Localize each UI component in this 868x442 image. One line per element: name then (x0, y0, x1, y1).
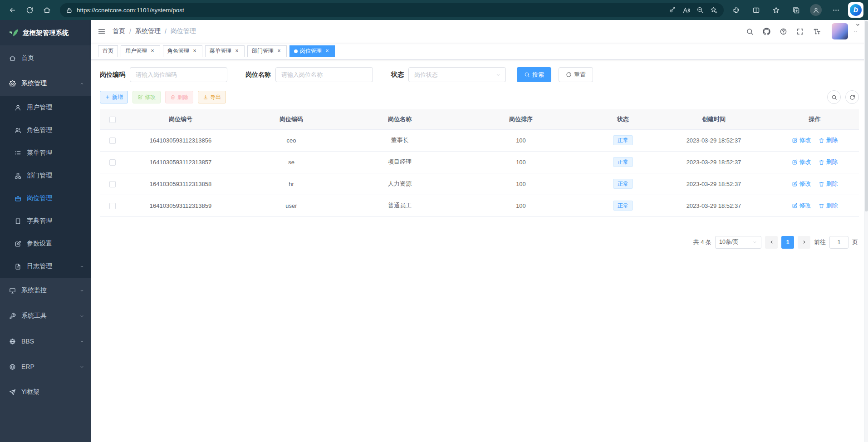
document-icon (15, 263, 21, 270)
tag-department-management[interactable]: 部门管理× (247, 45, 287, 57)
close-icon[interactable]: × (191, 48, 198, 54)
close-icon[interactable]: × (234, 48, 240, 54)
close-icon[interactable]: × (276, 48, 282, 54)
sidebar-item-yi-framework[interactable]: Yi框架 (0, 379, 91, 405)
browser-profile-button[interactable] (808, 2, 824, 18)
read-aloud-icon[interactable] (682, 6, 690, 14)
sidebar-item-menu-management[interactable]: 菜单管理 (0, 142, 91, 164)
sidebar-item-home[interactable]: 首页 (0, 45, 91, 71)
search-icon[interactable] (743, 25, 756, 38)
row-edit-link[interactable]: 修改 (792, 180, 811, 188)
row-delete-link[interactable]: 删除 (819, 201, 838, 210)
font-size-icon[interactable] (810, 25, 823, 38)
collections-icon[interactable] (788, 2, 804, 18)
breadcrumb-home[interactable]: 首页 (113, 27, 125, 35)
org-tree-icon (15, 172, 21, 179)
add-button[interactable]: 新增 (100, 91, 128, 103)
refresh-table-button[interactable] (845, 90, 859, 104)
row-delete-link[interactable]: 删除 (819, 136, 838, 144)
post-table: 岗位编号 岗位编码 岗位名称 岗位排序 状态 创建时间 操作 164103059… (100, 109, 859, 217)
scrollbar-thumb[interactable] (865, 21, 868, 211)
favorite-add-icon[interactable] (710, 6, 718, 14)
post-name-input[interactable] (275, 67, 373, 82)
sidebar-item-dict-management[interactable]: 字典管理 (0, 210, 91, 232)
sidebar-item-role-management[interactable]: 角色管理 (0, 119, 91, 142)
favorites-icon[interactable] (768, 2, 784, 18)
page-number-1[interactable]: 1 (781, 236, 794, 249)
sidebar-item-param-settings[interactable]: 参数设置 (0, 232, 91, 255)
sidebar-item-system-tools[interactable]: 系统工具 (0, 303, 91, 329)
search-button[interactable]: 搜索 (517, 67, 551, 82)
row-edit-link[interactable]: 修改 (792, 158, 811, 166)
edit-button[interactable]: 修改 (132, 91, 161, 103)
close-icon[interactable]: × (324, 48, 330, 54)
tag-menu-management[interactable]: 菜单管理× (205, 45, 245, 57)
sidebar-item-system-monitor[interactable]: 系统监控 (0, 278, 91, 303)
fullscreen-icon[interactable] (794, 25, 806, 38)
bing-sidebar-button[interactable]: b (848, 2, 863, 18)
sidebar-toggle-button[interactable] (91, 20, 113, 43)
github-icon[interactable] (760, 25, 773, 38)
row-delete-link[interactable]: 删除 (819, 158, 838, 166)
chevron-up-icon (79, 81, 84, 86)
trash-icon (819, 181, 824, 187)
sidebar-item-bbs[interactable]: BBS (0, 329, 91, 354)
app-logo[interactable]: 意框架管理系统 (0, 20, 91, 45)
row-delete-link[interactable]: 删除 (819, 180, 838, 188)
prev-page-button[interactable] (765, 236, 778, 249)
delete-button[interactable]: 删除 (165, 91, 193, 103)
url-text[interactable]: https://ccnetcore.com:1101/system/post (77, 7, 669, 14)
avatar[interactable] (832, 23, 848, 39)
scrollbar[interactable] (864, 20, 868, 442)
briefcase-icon (15, 195, 21, 202)
next-page-button[interactable] (798, 236, 810, 249)
tag-post-management[interactable]: 岗位管理× (289, 45, 335, 57)
row-edit-link[interactable]: 修改 (792, 201, 811, 210)
export-button[interactable]: 导出 (198, 91, 226, 103)
tag-role-management[interactable]: 角色管理× (163, 45, 202, 57)
browser-home-button[interactable] (38, 2, 55, 18)
help-icon[interactable] (777, 25, 790, 38)
browser-more-button[interactable] (828, 2, 843, 18)
breadcrumb-system[interactable]: 系统管理 (135, 27, 161, 35)
row-checkbox[interactable] (109, 203, 116, 209)
reset-button[interactable]: 重置 (559, 67, 593, 82)
search-form: 岗位编码 岗位名称 状态 岗位状态 搜索 (100, 67, 859, 82)
zoom-out-icon[interactable] (696, 6, 704, 14)
page-size-select[interactable]: 10条/页 (715, 236, 761, 249)
status-select[interactable]: 岗位状态 (408, 67, 506, 82)
goto-page-input[interactable] (829, 236, 848, 249)
tag-user-management[interactable]: 用户管理× (121, 45, 160, 57)
row-checkbox[interactable] (109, 159, 116, 166)
browser-back-button[interactable] (4, 2, 21, 18)
sidebar-item-erp[interactable]: ERP (0, 354, 91, 379)
app-title: 意框架管理系统 (23, 29, 69, 37)
split-screen-icon[interactable] (748, 2, 764, 18)
sidebar-item-user-management[interactable]: 用户管理 (0, 96, 91, 119)
row-checkbox[interactable] (109, 138, 116, 144)
key-icon[interactable] (669, 6, 676, 14)
tag-home[interactable]: 首页 (98, 45, 118, 57)
globe-icon (9, 338, 16, 345)
toggle-search-button[interactable] (827, 90, 841, 104)
extensions-icon[interactable] (728, 2, 744, 18)
status-label: 状态 (391, 71, 404, 79)
row-edit-link[interactable]: 修改 (792, 136, 811, 144)
user-icon (15, 104, 21, 111)
chevron-down-icon[interactable] (853, 29, 858, 34)
sidebar-item-system-management[interactable]: 系统管理 (0, 71, 91, 96)
breadcrumb-current: 岗位管理 (171, 27, 196, 35)
close-icon[interactable]: × (149, 48, 156, 54)
address-bar[interactable]: https://ccnetcore.com:1101/system/post (60, 3, 724, 17)
row-checkbox[interactable] (109, 181, 116, 187)
sidebar-collapse-caret-icon[interactable] (855, 22, 861, 28)
edit-icon (792, 138, 798, 143)
sidebar-item-post-management[interactable]: 岗位管理 (0, 187, 91, 210)
post-code-input[interactable] (130, 67, 227, 82)
browser-refresh-button[interactable] (21, 2, 38, 18)
sidebar-item-department-management[interactable]: 部门管理 (0, 164, 91, 187)
sidebar-item-log-management[interactable]: 日志管理 (0, 255, 91, 278)
select-all-checkbox[interactable] (109, 117, 116, 123)
paper-plane-icon (9, 389, 16, 396)
col-post-name: 岗位名称 (347, 109, 453, 129)
